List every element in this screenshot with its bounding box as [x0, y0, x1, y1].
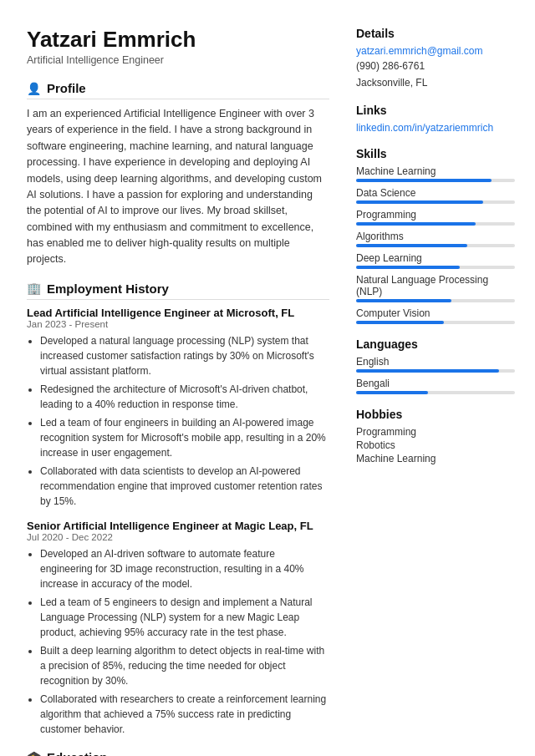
skill-item: Programming [356, 209, 515, 226]
skill-bar-bg [356, 200, 515, 204]
skills-container: Machine Learning Data Science Programmin… [356, 165, 515, 324]
job-bullet: Led a team of 5 engineers to design and … [40, 595, 329, 640]
phone: (990) 286-6761 [356, 58, 515, 74]
profile-section-title: 👤 Profile [27, 81, 329, 99]
job-bullet: Developed an AI-driven software to autom… [40, 546, 329, 591]
skill-item: Data Science [356, 187, 515, 204]
job-bullet: Redesigned the architecture of Microsoft… [40, 382, 329, 412]
skills-section: Skills Machine Learning Data Science Pro… [356, 147, 515, 324]
right-panel: Details yatzari.emmrich@gmail.com (990) … [356, 27, 515, 756]
education-icon: 🎓 [27, 750, 41, 756]
languages-section: Languages English Bengali [356, 337, 515, 394]
candidate-name: Yatzari Emmrich [27, 27, 329, 53]
skill-bar-fill [356, 222, 476, 226]
job-bullets: Developed an AI-driven software to autom… [27, 546, 329, 737]
job-title: Senior Artificial Intelligence Engineer … [27, 520, 329, 532]
languages-container: English Bengali [356, 356, 515, 394]
job-item: Senior Artificial Intelligence Engineer … [27, 520, 329, 737]
jobs-container: Lead Artificial Intelligence Engineer at… [27, 307, 329, 737]
linkedin-link[interactable]: linkedin.com/in/yatzariemmrich [356, 122, 515, 134]
details-section: Details yatzari.emmrich@gmail.com (990) … [356, 27, 515, 90]
profile-section: 👤 Profile I am an experienced Artificial… [27, 81, 329, 268]
skill-bar-bg [356, 299, 515, 302]
skill-label: Data Science [356, 187, 515, 199]
language-item: Bengali [356, 378, 515, 394]
skill-bar-fill [356, 266, 460, 269]
skill-label: Algorithms [356, 231, 515, 242]
job-date: Jul 2020 - Dec 2022 [27, 532, 329, 542]
job-bullet: Developed a natural language processing … [40, 333, 329, 378]
skill-label: Natural Language Processing (NLP) [356, 274, 515, 297]
education-section: 🎓 Education Master of Science in Artific… [27, 750, 329, 756]
hobbies-title: Hobbies [356, 408, 515, 421]
skill-label: Programming [356, 209, 515, 221]
skill-bar-fill [356, 179, 492, 182]
skill-bar-fill [356, 299, 451, 302]
skill-label: Machine Learning [356, 165, 515, 177]
education-section-title: 🎓 Education [27, 750, 329, 756]
links-section: Links linkedin.com/in/yatzariemmrich [356, 104, 515, 134]
language-bar-bg [356, 391, 515, 394]
job-item: Lead Artificial Intelligence Engineer at… [27, 307, 329, 509]
skill-label: Deep Learning [356, 252, 515, 264]
location: Jacksonville, FL [356, 75, 515, 90]
skill-bar-fill [356, 200, 483, 204]
job-bullet: Built a deep learning algorithm to detec… [40, 643, 329, 688]
profile-text: I am an experienced Artificial Intellige… [27, 106, 329, 268]
skill-bar-bg [356, 321, 515, 324]
skill-item: Natural Language Processing (NLP) [356, 274, 515, 302]
language-bar-fill [356, 391, 428, 394]
job-bullet: Collaborated with researchers to create … [40, 692, 329, 737]
skills-title: Skills [356, 147, 515, 160]
hobbies-section: Hobbies ProgrammingRoboticsMachine Learn… [356, 408, 515, 464]
skill-item: Computer Vision [356, 307, 515, 324]
skill-bar-bg [356, 244, 515, 247]
skill-item: Algorithms [356, 231, 515, 247]
email-link[interactable]: yatzari.emmrich@gmail.com [356, 45, 515, 57]
job-bullet: Led a team of four engineers in building… [40, 415, 329, 460]
language-item: English [356, 356, 515, 373]
skill-bar-fill [356, 244, 467, 247]
language-bar-bg [356, 369, 515, 373]
skill-item: Deep Learning [356, 252, 515, 269]
employment-icon: 🏢 [27, 282, 41, 295]
language-bar-fill [356, 369, 499, 373]
employment-section-title: 🏢 Employment History [27, 282, 329, 300]
skill-bar-bg [356, 179, 515, 182]
skill-bar-bg [356, 266, 515, 269]
header: Yatzari Emmrich Artificial Intelligence … [27, 27, 329, 66]
details-title: Details [356, 27, 515, 40]
language-label: Bengali [356, 378, 515, 389]
hobby-item: Programming [356, 426, 515, 438]
hobby-item: Robotics [356, 439, 515, 451]
skill-bar-fill [356, 321, 444, 324]
job-title: Lead Artificial Intelligence Engineer at… [27, 307, 329, 319]
skill-bar-bg [356, 222, 515, 226]
job-date: Jan 2023 - Present [27, 319, 329, 329]
employment-section: 🏢 Employment History Lead Artificial Int… [27, 282, 329, 737]
language-label: English [356, 356, 515, 368]
languages-title: Languages [356, 337, 515, 351]
profile-icon: 👤 [27, 82, 41, 95]
skill-label: Computer Vision [356, 307, 515, 319]
candidate-subtitle: Artificial Intelligence Engineer [27, 54, 329, 66]
skill-item: Machine Learning [356, 165, 515, 182]
links-title: Links [356, 104, 515, 117]
job-bullet: Collaborated with data scientists to dev… [40, 464, 329, 509]
hobby-item: Machine Learning [356, 453, 515, 464]
job-bullets: Developed a natural language processing … [27, 333, 329, 509]
hobbies-container: ProgrammingRoboticsMachine Learning [356, 426, 515, 464]
